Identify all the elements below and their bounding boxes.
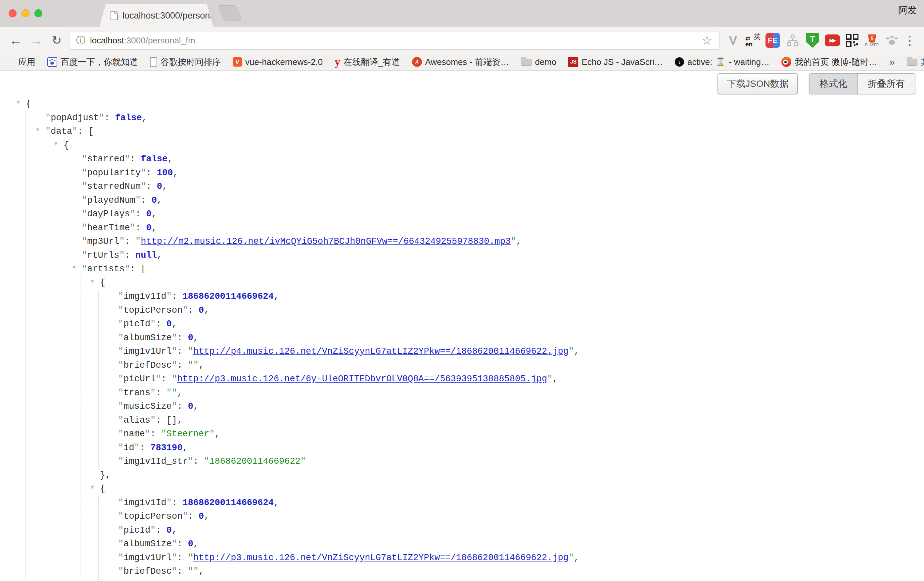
json-line: "topicPerson": 0, [99, 510, 924, 524]
close-window-button[interactable] [8, 9, 16, 17]
json-key: albumSize [124, 539, 172, 549]
json-token: : [172, 498, 182, 508]
json-link[interactable]: http://p4.music.126.net/VnZiScyynLG7atLI… [193, 346, 569, 356]
json-token: , [198, 361, 204, 370]
json-token: " [141, 168, 146, 178]
json-link[interactable]: http://p3.music.126.net/6y-UleORITEDbvrO… [177, 374, 547, 384]
bookmark-item[interactable]: 我的首页 微博-随时… [781, 56, 877, 68]
json-number: 0 [146, 223, 151, 233]
json-token: , [204, 511, 209, 521]
extension-paw-icon[interactable] [883, 31, 901, 50]
json-token: , [177, 388, 182, 398]
extension-sitemap-icon[interactable] [784, 31, 802, 50]
json-token: , [193, 333, 198, 343]
other-bookmarks-folder[interactable]: 其他书签 [907, 56, 924, 68]
json-key: starred [87, 154, 124, 164]
json-token: " [188, 346, 193, 356]
zoom-window-button[interactable] [35, 9, 42, 17]
json-empty-string: "" [167, 388, 177, 398]
json-line: "img1v1Url": "http://p4.music.126.net/Vn… [99, 345, 924, 359]
json-token: " [118, 511, 124, 521]
json-children: ▼{"img1v1Id": 18686200114669624,"topicPe… [80, 276, 924, 581]
bookmark-label: - waiting… [729, 57, 769, 67]
url-host: localhost [90, 35, 124, 45]
format-button[interactable]: 格式化 [810, 74, 858, 94]
extension-fast-forward-icon[interactable]: ▶▶ [823, 31, 841, 50]
collapse-all-button[interactable]: 折叠所有 [858, 74, 915, 94]
json-token: " [72, 127, 78, 136]
bookmark-item[interactable]: 百度一下，你就知道 [47, 56, 138, 68]
back-icon[interactable]: ← [5, 34, 26, 47]
echojs-icon: JS [568, 57, 578, 67]
browser-tab[interactable]: localhost:3000/personal_fm × [99, 4, 213, 27]
bookmark-item[interactable]: JSEcho JS - JavaScri… [568, 57, 663, 67]
json-line: "mp3Url": "http://m2.music.126.net/ivMcQ… [62, 235, 924, 249]
extension-qr-code-icon[interactable] [843, 31, 861, 50]
json-scope: ▼"artists": [▼{"img1v1Id": 1868620011466… [62, 262, 924, 581]
json-number: 0 [188, 401, 193, 411]
json-token: " [119, 237, 124, 247]
site-info-icon[interactable]: ⓘ [76, 34, 86, 47]
json-line: "picUrl": "http://p4.music.126.net/6y-Ul… [99, 579, 924, 581]
json-token: " [172, 401, 177, 411]
json-token: " [172, 553, 177, 563]
bookmark-item[interactable]: 谷歌按时间排序 [150, 56, 221, 68]
json-token: " [118, 319, 124, 329]
json-key: img1v1Id_str [124, 457, 188, 467]
browser-toolbar: ← → ↻ ⓘ localhost:3000/personal_fm ☆ V英⇄… [0, 27, 924, 54]
json-line: "starredNum": 0, [62, 180, 924, 194]
new-tab-button[interactable] [218, 5, 242, 20]
reload-icon[interactable]: ↻ [46, 35, 67, 46]
extension-translate-icon[interactable]: 英⇄en [744, 31, 762, 50]
extension-fe-icon[interactable]: FE [764, 31, 782, 50]
bookmark-item[interactable]: AAwesomes - 前端资… [412, 56, 509, 68]
json-token: " [155, 374, 161, 384]
json-token: " [118, 401, 124, 411]
json-token: : [150, 429, 161, 439]
extension-tampermonkey-shield-icon[interactable]: T [804, 31, 822, 50]
json-key: id [124, 443, 134, 453]
bookmark-label: demo [535, 57, 556, 67]
collapse-triangle-icon[interactable]: ▼ [13, 100, 23, 105]
json-children: "img1v1Id": 18686200114669624,"topicPers… [98, 496, 924, 581]
json-children: "img1v1Id": 18686200114669624,"topicPers… [98, 290, 924, 469]
browser-menu-icon[interactable]: ⋮ [901, 31, 919, 50]
bookmark-star-icon[interactable]: ☆ [701, 33, 712, 47]
collapse-triangle-icon[interactable]: ▼ [87, 278, 97, 284]
json-link[interactable]: http://p3.music.126.net/VnZiScyynLG7atLI… [193, 553, 569, 563]
json-token: , [574, 346, 579, 356]
profile-name[interactable]: 阿发 [898, 4, 917, 17]
bookmark-item[interactable]: Vvue-hackernews-2.0 [233, 57, 323, 67]
bookmark-item[interactable]: y在线翻译_有道 [335, 56, 400, 68]
collapse-triangle-icon[interactable]: ▼ [33, 127, 43, 132]
bookmark-label: active: [687, 57, 712, 67]
collapse-triangle-icon[interactable]: ▼ [69, 265, 79, 270]
json-open-bracket: [ [141, 264, 146, 274]
extensions-row: V英⇄enFET▶▶5PLAYER [724, 31, 901, 50]
extension-html5-player-icon[interactable]: 5PLAYER [863, 31, 881, 50]
json-key: dayPlays [87, 209, 130, 219]
vue-orange-icon: V [233, 57, 242, 66]
json-key: musicSize [124, 401, 172, 411]
json-token: " [172, 566, 177, 576]
json-token: : [172, 291, 182, 301]
json-token: : [125, 250, 135, 260]
bookmarks-bar: 应用百度一下，你就知道谷歌按时间排序Vvue-hackernews-2.0y在线… [0, 54, 924, 71]
json-token: : [193, 457, 204, 467]
json-line: ▼{ [81, 482, 924, 496]
bookmark-item[interactable]: demo [521, 57, 556, 67]
bookmarks-overflow-icon[interactable]: » [889, 56, 895, 68]
download-json-button[interactable]: 下载JSON数据 [718, 73, 798, 94]
json-token: " [82, 250, 87, 260]
bookmark-item[interactable]: ↓active:⌛- waiting… [675, 57, 769, 67]
minimize-window-button[interactable] [21, 9, 30, 17]
bookmark-label: 在线翻译_有道 [343, 56, 400, 68]
json-link[interactable]: http://m2.music.126.net/ivMcQYiG5oh7BCJh… [141, 237, 511, 247]
collapse-triangle-icon[interactable]: ▼ [51, 141, 61, 146]
address-bar[interactable]: ⓘ localhost:3000/personal_fm ☆ [69, 31, 719, 50]
extension-vue-icon[interactable]: V [724, 31, 742, 50]
bookmark-item[interactable]: 应用 [7, 56, 35, 68]
json-token: : [177, 553, 188, 563]
collapse-triangle-icon[interactable]: ▼ [87, 485, 97, 490]
folder-icon [521, 59, 531, 66]
